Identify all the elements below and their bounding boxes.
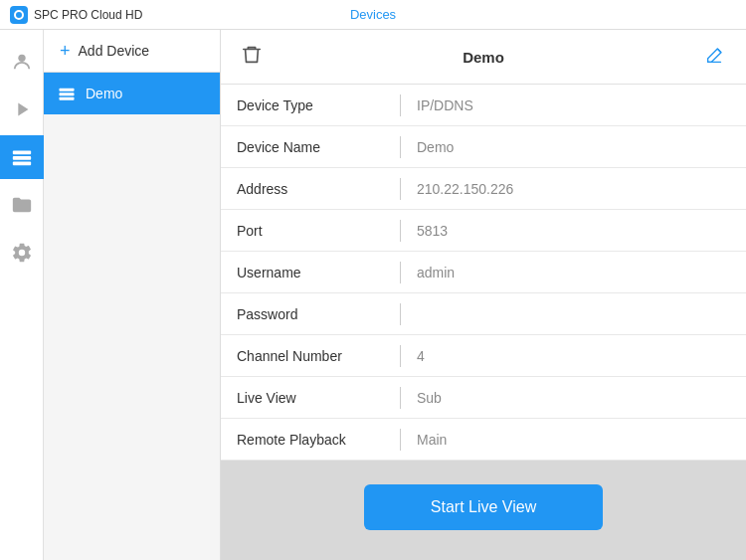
property-label: Device Type <box>221 88 400 123</box>
svg-point-0 <box>18 55 25 62</box>
delete-button[interactable] <box>237 40 267 74</box>
property-row: Address210.22.150.226 <box>221 168 746 210</box>
device-icon <box>58 85 76 102</box>
sidebar-item-liveview[interactable] <box>0 88 44 131</box>
property-label: Device Name <box>221 129 400 165</box>
main-layout: + Add Device Demo Demo <box>0 30 746 560</box>
property-divider <box>400 429 401 451</box>
sidebar-item-accounts[interactable] <box>0 40 44 84</box>
property-label: Address <box>221 171 400 207</box>
property-row: Remote PlaybackMain <box>221 419 746 461</box>
device-name: Demo <box>86 86 122 101</box>
property-value: IP/DDNS <box>417 97 473 113</box>
property-value: 4 <box>417 348 425 364</box>
property-value: 5813 <box>417 223 448 239</box>
edit-button[interactable] <box>700 40 730 74</box>
property-divider <box>400 178 401 200</box>
svg-rect-3 <box>12 156 30 160</box>
property-divider <box>400 262 401 283</box>
icon-sidebar <box>0 30 44 560</box>
property-row: Live ViewSub <box>221 377 746 419</box>
property-value: admin <box>417 265 455 280</box>
detail-header: Demo <box>221 30 746 85</box>
property-row: Channel Number4 <box>221 335 746 377</box>
property-row: Device TypeIP/DDNS <box>221 85 746 126</box>
sidebar-item-settings[interactable] <box>0 231 44 275</box>
properties-table: Device TypeIP/DDNSDevice NameDemoAddress… <box>221 85 746 461</box>
add-device-label: Add Device <box>79 43 150 59</box>
sidebar-item-files[interactable] <box>0 183 44 227</box>
svg-rect-2 <box>12 151 30 155</box>
property-row: Password <box>221 293 746 335</box>
detail-panel: Demo Device TypeIP/DDNSDevice NameDemoAd… <box>221 30 746 560</box>
sidebar-item-devices[interactable] <box>0 135 44 179</box>
page-title: Devices <box>350 7 396 22</box>
top-bar: SPC PRO Cloud HD Devices <box>0 0 746 30</box>
start-live-view-button[interactable]: Start Live View <box>364 484 603 530</box>
bottom-area: Start Live View <box>221 461 746 560</box>
detail-title: Demo <box>267 49 700 66</box>
svg-rect-6 <box>60 93 75 95</box>
app-title-area: SPC PRO Cloud HD <box>0 6 179 24</box>
property-row: Device NameDemo <box>221 126 746 168</box>
property-label: Password <box>221 296 400 332</box>
property-label: Channel Number <box>221 338 400 374</box>
property-row: Port5813 <box>221 210 746 252</box>
property-row: Usernameadmin <box>221 252 746 293</box>
app-name: SPC PRO Cloud HD <box>34 8 142 22</box>
property-divider <box>400 387 401 409</box>
device-list-panel: + Add Device Demo <box>44 30 221 560</box>
property-value: Demo <box>417 139 454 155</box>
property-value: 210.22.150.226 <box>417 181 513 197</box>
property-label: Username <box>221 255 400 290</box>
svg-marker-1 <box>18 103 28 116</box>
app-icon <box>10 6 28 24</box>
device-list-item[interactable]: Demo <box>44 73 220 114</box>
property-divider <box>400 94 401 116</box>
property-divider <box>400 220 401 242</box>
property-label: Live View <box>221 380 400 416</box>
plus-icon: + <box>60 42 71 60</box>
add-device-button[interactable]: + Add Device <box>44 30 220 73</box>
svg-rect-4 <box>12 162 30 166</box>
property-label: Remote Playback <box>221 422 400 458</box>
property-value: Main <box>417 432 447 448</box>
property-value: Sub <box>417 390 442 406</box>
property-divider <box>400 345 401 367</box>
property-label: Port <box>221 213 400 249</box>
svg-rect-7 <box>60 97 75 100</box>
svg-rect-5 <box>60 89 75 92</box>
property-divider <box>400 136 401 158</box>
property-divider <box>400 303 401 325</box>
